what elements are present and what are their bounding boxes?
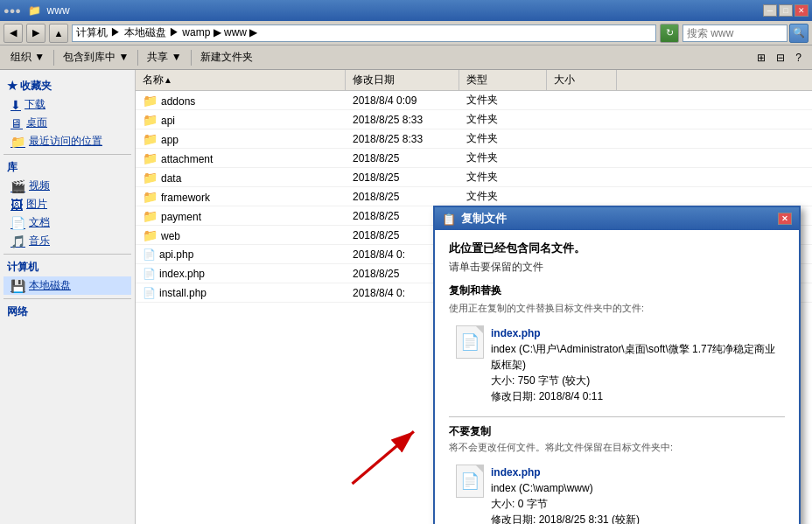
title-bar: ●●● 📁 www ─ □ ✕ [0, 0, 812, 21]
minimize-btn[interactable]: ─ [763, 4, 777, 17]
search-input[interactable] [682, 24, 788, 42]
dialog-subtext: 请单击要保留的文件 [449, 260, 785, 275]
maximize-btn[interactable]: □ [779, 4, 793, 17]
no-copy-date: 修改日期: 2018/8/25 8:31 (较新) [491, 512, 640, 524]
window-title: www [47, 4, 70, 17]
path-text: 计算机 ▶ 本地磁盘 ▶ wamp ▶ www ▶ [76, 25, 257, 40]
separator-1 [53, 50, 54, 66]
no-copy-title: 不要复制 [449, 424, 785, 439]
search-btn[interactable]: 🔍 [789, 24, 808, 43]
back-btn[interactable]: ◀ [4, 24, 23, 43]
separator-3 [191, 50, 192, 66]
replace-section-title: 复制和替换 [449, 283, 785, 298]
red-arrow-indicator [324, 411, 438, 490]
dialog-title-bar: 📋 复制文件 ✕ [435, 207, 799, 230]
include-library-btn[interactable]: 包含到库中 ▼ [60, 48, 132, 67]
forward-btn[interactable]: ▶ [26, 24, 46, 43]
share-btn[interactable]: 共享 ▼ [144, 48, 185, 67]
close-btn[interactable]: ✕ [794, 4, 808, 17]
separator-2 [137, 50, 138, 66]
replace-path: index (C:\用户\Administrator\桌面\soft\微擎 1.… [491, 341, 778, 373]
organize-btn[interactable]: 组织 ▼ [7, 48, 48, 67]
replace-date: 修改日期: 2018/8/4 0:11 [491, 388, 778, 404]
toolbar: 组织 ▼ 包含到库中 ▼ 共享 ▼ 新建文件夹 ⊞ ⊟ ? [0, 45, 812, 70]
replace-file-thumb: 📄 [456, 325, 484, 359]
no-copy-file-info: index.php index (C:\wamp\www) 大小: 0 字节 修… [491, 465, 640, 524]
dialog-title-text: 复制文件 [461, 211, 507, 227]
replace-file-info: index.php index (C:\用户\Administrator\桌面\… [491, 325, 778, 404]
copy-file-dialog: 📋 复制文件 ✕ 此位置已经包含同名文件。 请单击要保留的文件 复制和替换 使用… [433, 206, 801, 524]
window-controls: ─ □ ✕ [763, 4, 808, 17]
address-path[interactable]: 计算机 ▶ 本地磁盘 ▶ wamp ▶ www ▶ [72, 24, 656, 42]
address-bar: ◀ ▶ ▲ 计算机 ▶ 本地磁盘 ▶ wamp ▶ www ▶ ↻ 🔍 [0, 21, 812, 45]
no-copy-size: 大小: 0 字节 [491, 496, 640, 512]
no-copy-path: index (C:\wamp\www) [491, 480, 640, 496]
main-content: ★ 收藏夹 ⬇ 下载 🖥 桌面 📁 最近访问的位置 库 🎬 视频 🖼 图片 📄 … [0, 70, 812, 524]
title-text: 📁 [28, 4, 47, 17]
dialog-divider-1 [449, 416, 785, 417]
dialog-overlay: 📋 复制文件 ✕ 此位置已经包含同名文件。 请单击要保留的文件 复制和替换 使用… [0, 70, 812, 524]
refresh-btn[interactable]: ↻ [660, 24, 679, 43]
dialog-heading: 此位置已经包含同名文件。 [449, 241, 785, 256]
no-copy-file-thumb: 📄 [456, 465, 484, 498]
help-btn[interactable]: ? [792, 48, 805, 67]
preview-btn[interactable]: ⊟ [773, 48, 788, 67]
up-btn[interactable]: ▲ [49, 24, 68, 43]
dialog-close-btn[interactable]: ✕ [778, 213, 792, 225]
search-box: 🔍 [682, 24, 808, 43]
no-copy-desc: 将不会更改任何文件。将此文件保留在目标文件夹中: [449, 441, 785, 454]
replace-size: 大小: 750 字节 (较大) [491, 373, 778, 388]
replace-filename: index.php [491, 325, 778, 341]
dialog-body: 此位置已经包含同名文件。 请单击要保留的文件 复制和替换 使用正在复制的文件替换… [435, 230, 799, 524]
no-copy-file-option[interactable]: 📄 index.php index (C:\wamp\www) 大小: 0 字节… [449, 459, 785, 524]
no-copy-filename: index.php [491, 465, 640, 480]
new-folder-btn[interactable]: 新建文件夹 [197, 48, 256, 67]
no-copy-section: 不要复制 将不会更改任何文件。将此文件保留在目标文件夹中: 📄 index.ph… [449, 424, 785, 524]
dialog-title-icon: 📋 [442, 213, 456, 226]
replace-section-desc: 使用正在复制的文件替换目标文件夹中的文件: [449, 302, 785, 315]
replace-file-option[interactable]: 📄 index.php index (C:\用户\Administrator\桌… [449, 320, 785, 409]
view-btn[interactable]: ⊞ [753, 48, 769, 67]
svg-line-1 [353, 431, 414, 484]
